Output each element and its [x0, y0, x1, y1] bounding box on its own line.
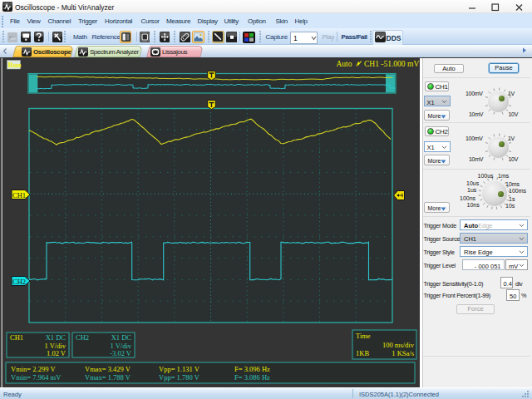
- svg-text:1KB: 1KB: [356, 349, 369, 357]
- svg-text:CH1 -51.000 mV: CH1 -51.000 mV: [364, 60, 419, 68]
- svg-text:1 V/div: 1 V/div: [44, 342, 66, 350]
- svg-text:Vmax= 3.429 V: Vmax= 3.429 V: [85, 365, 131, 373]
- svg-text:CH1: CH1: [10, 333, 23, 342]
- svg-text:CH2: CH2: [76, 333, 89, 342]
- svg-text:Vmin= 7.964 mV: Vmin= 7.964 mV: [11, 373, 62, 382]
- svg-text:-3.02 V: -3.02 V: [110, 349, 132, 357]
- svg-text:100 ms/div: 100 ms/div: [382, 341, 415, 349]
- svg-text:1 V/div: 1 V/div: [110, 342, 131, 350]
- svg-text:Vmax= 1.788 V: Vmax= 1.788 V: [85, 373, 131, 382]
- svg-text:F= 3.086 Hz: F= 3.086 Hz: [234, 373, 270, 382]
- svg-text:Auto: Auto: [337, 60, 352, 68]
- svg-text:X1 DC: X1 DC: [111, 333, 132, 342]
- svg-text:1.02 V: 1.02 V: [47, 349, 66, 357]
- svg-text:CH2: CH2: [12, 278, 26, 286]
- svg-text:1 KSa/s: 1 KSa/s: [392, 349, 414, 357]
- svg-text:X1 DC: X1 DC: [46, 333, 66, 342]
- svg-text:Vmin= 2.299 V: Vmin= 2.299 V: [11, 365, 56, 373]
- svg-text:CH1: CH1: [12, 191, 26, 200]
- svg-text:Vpp= 1.780 V: Vpp= 1.780 V: [159, 373, 200, 382]
- svg-text:F= 3.096 Hz: F= 3.096 Hz: [234, 365, 270, 373]
- svg-text:Vpp= 1.131 V: Vpp= 1.131 V: [159, 365, 200, 373]
- svg-text:Time: Time: [356, 332, 371, 340]
- svg-text:Run: Run: [8, 61, 22, 69]
